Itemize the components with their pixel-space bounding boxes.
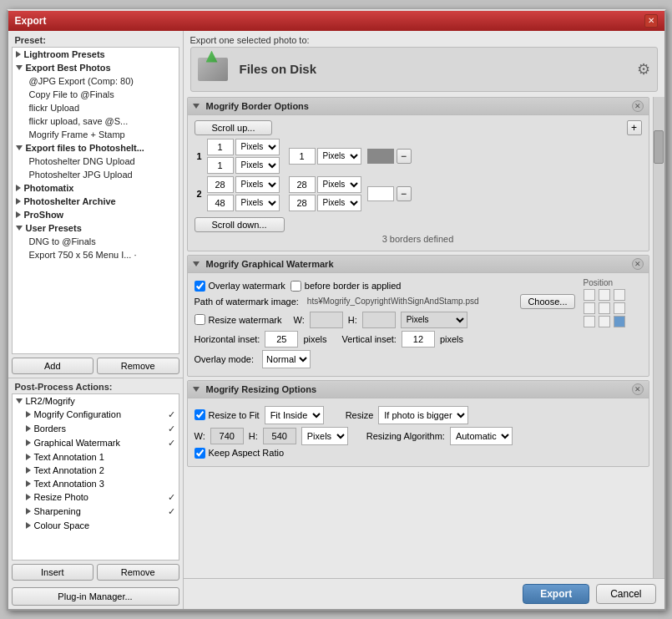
overlay-watermark-checkbox[interactable] <box>195 281 205 292</box>
fit-inside-select[interactable]: Fit Inside <box>265 406 324 424</box>
border2-unit3[interactable]: Pixels <box>317 176 361 193</box>
post-item-sharpening[interactable]: Sharpening ✓ <box>13 505 179 519</box>
sidebar-item-user-presets[interactable]: User Presets <box>13 221 179 235</box>
border1-remove-button[interactable]: − <box>397 149 412 164</box>
pos-cell-mc[interactable] <box>599 302 610 314</box>
sidebar-item-export-files[interactable]: Export files to Photoshelt... <box>13 141 179 155</box>
post-item-mogrify-config[interactable]: Mogrify Configuration ✓ <box>13 408 179 422</box>
resize-watermark-checkbox[interactable] <box>195 314 205 325</box>
pos-cell-ml[interactable] <box>584 302 595 314</box>
list-item[interactable]: Copy File to @Finals <box>13 88 179 101</box>
post-item-text-ann3[interactable]: Text Annotation 3 <box>13 477 179 490</box>
wm-height-input[interactable] <box>362 312 396 328</box>
expand-icon <box>16 211 21 218</box>
list-item[interactable]: Mogrify Frame + Stamp <box>13 128 179 141</box>
pos-cell-tc[interactable] <box>599 289 610 301</box>
border2-remove-button[interactable]: − <box>397 186 412 201</box>
keep-aspect-checkbox[interactable] <box>195 448 205 459</box>
preset-list[interactable]: Lightroom Presets Export Best Photos @JP… <box>12 47 179 354</box>
pos-cell-bl[interactable] <box>584 316 595 327</box>
export-dialog: Export ✕ Preset: Lightroom Presets Expor… <box>7 9 666 611</box>
sidebar-item-proshow[interactable]: ProShow <box>13 208 179 221</box>
expand-icon <box>26 411 31 418</box>
resize-section-close[interactable]: ✕ <box>632 383 644 395</box>
border1-color-swatch[interactable] <box>367 149 394 164</box>
post-item-colour-space[interactable]: Colour Space <box>13 519 179 532</box>
sidebar-item-export-best-photos[interactable]: Export Best Photos <box>13 61 179 74</box>
border2-unit4[interactable]: Pixels <box>317 195 361 211</box>
resize-units-select[interactable]: Pixels <box>301 427 348 445</box>
add-preset-button[interactable]: Add <box>12 358 94 374</box>
scroll-down-button[interactable]: Scroll down... <box>195 217 285 232</box>
post-item-text-ann1[interactable]: Text Annotation 1 <box>13 450 179 464</box>
resize-width-input[interactable] <box>210 428 244 444</box>
remove-preset-button[interactable]: Remove <box>97 358 179 374</box>
before-border-checkbox[interactable] <box>291 281 301 292</box>
vert-inset-input[interactable] <box>402 331 435 348</box>
pos-cell-tl[interactable] <box>584 289 595 301</box>
border1-val1[interactable] <box>207 139 234 155</box>
sidebar-item-lightroom-presets[interactable]: Lightroom Presets <box>13 48 179 61</box>
resize-height-input[interactable] <box>263 428 296 444</box>
expand-icon <box>16 226 23 231</box>
border1-val2[interactable] <box>207 157 234 174</box>
list-item[interactable]: flickr upload, save @S... <box>13 114 179 128</box>
checkmark-icon: ✓ <box>168 438 175 449</box>
pos-cell-mr[interactable] <box>614 302 625 314</box>
sidebar-item-photomatix[interactable]: Photomatix <box>13 181 179 195</box>
overlay-mode-select[interactable]: Normal <box>262 350 311 368</box>
scroll-down-area: Scroll down... <box>195 214 642 234</box>
border2-val2[interactable] <box>207 195 234 211</box>
disk-icon <box>198 53 231 86</box>
cancel-button[interactable]: Cancel <box>596 584 655 604</box>
border2-unit1[interactable]: Pixels <box>235 176 280 193</box>
if-bigger-select[interactable]: If photo is bigger <box>378 406 468 424</box>
list-item[interactable]: Photoshelter JPG Upload <box>13 168 179 181</box>
pos-cell-bc[interactable] <box>599 316 610 327</box>
list-item[interactable]: Photoshelter DNG Upload <box>13 155 179 168</box>
watermark-section-close[interactable]: ✕ <box>632 258 644 270</box>
add-border-button[interactable]: + <box>627 120 642 135</box>
pos-cell-br[interactable] <box>614 316 625 327</box>
border1-val3[interactable] <box>289 148 316 165</box>
post-item-graphical-watermark[interactable]: Graphical Watermark ✓ <box>13 436 179 450</box>
border-section-close[interactable]: ✕ <box>632 100 644 112</box>
list-item[interactable]: Export 750 x 56 Menu I... · <box>13 248 179 261</box>
border1-unit2[interactable]: Pixels <box>235 157 280 174</box>
scrollbar[interactable] <box>653 97 664 578</box>
scroll-up-button[interactable]: Scroll up... <box>195 120 273 135</box>
border1-unit3[interactable]: Pixels <box>317 148 361 165</box>
remove-post-button[interactable]: Remove <box>97 564 179 581</box>
plugin-manager-button[interactable]: Plug-in Manager... <box>12 587 179 606</box>
wm-units-select[interactable]: Pixels <box>401 312 467 328</box>
expand-icon <box>26 439 31 446</box>
list-item[interactable]: DNG to @Finals <box>13 235 179 248</box>
settings-icon[interactable]: ⚙ <box>637 60 650 79</box>
horiz-inset-input[interactable] <box>265 331 298 348</box>
post-item-borders[interactable]: Borders ✓ <box>13 422 179 436</box>
pos-cell-tr[interactable] <box>614 289 625 301</box>
resize-to-fit-label: Resize to Fit <box>195 409 260 420</box>
sidebar-item-photoshelter-archive[interactable]: Photoshelter Archive <box>13 195 179 208</box>
border2-val3[interactable] <box>289 176 316 193</box>
post-item-lr2-mogrify[interactable]: LR2/Mogrify <box>13 394 179 408</box>
border2-val1[interactable] <box>207 176 234 193</box>
post-item-text-ann2[interactable]: Text Annotation 2 <box>13 464 179 477</box>
export-button[interactable]: Export <box>523 584 589 604</box>
list-item[interactable]: @JPG Export (Comp: 80) <box>13 74 179 88</box>
choose-button[interactable]: Choose... <box>520 294 574 309</box>
insert-post-button[interactable]: Insert <box>12 564 94 581</box>
border2-color-swatch[interactable] <box>367 186 394 201</box>
scroll-thumb[interactable] <box>654 130 664 164</box>
border1-unit1[interactable]: Pixels <box>235 139 280 155</box>
border2-unit2[interactable]: Pixels <box>235 195 280 211</box>
border2-val4[interactable] <box>289 195 316 211</box>
wm-width-input[interactable] <box>310 312 343 328</box>
title-bar: Export ✕ <box>8 11 664 31</box>
resize-to-fit-checkbox[interactable] <box>195 409 205 420</box>
algo-select[interactable]: Automatic <box>450 427 513 445</box>
list-item[interactable]: flickr Upload <box>13 101 179 114</box>
close-button[interactable]: ✕ <box>644 14 658 28</box>
post-process-list[interactable]: LR2/Mogrify Mogrify Configuration ✓ Bord… <box>12 393 179 561</box>
post-item-resize-photo[interactable]: Resize Photo ✓ <box>13 490 179 505</box>
